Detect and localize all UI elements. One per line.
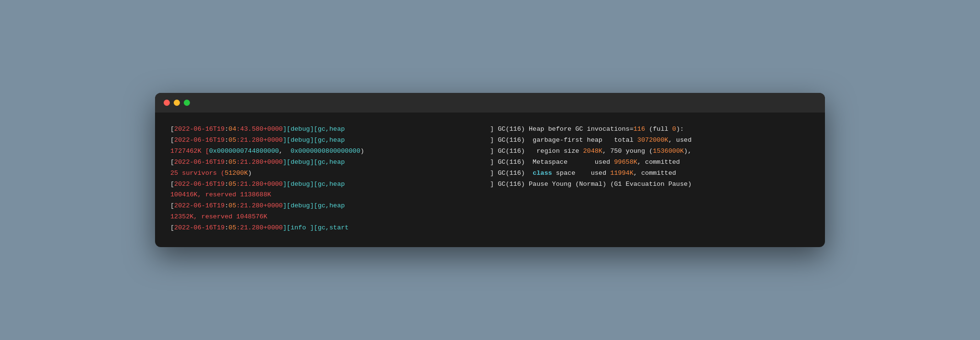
terminal-text: 2022-06-16T19 [174, 224, 224, 231]
terminal-text: ][debug][gc,heap [283, 202, 345, 209]
terminal-text: 11994K [610, 170, 634, 177]
terminal-text: ][debug][gc,heap [283, 181, 345, 188]
terminal-text: :21.280+0000 [236, 202, 283, 209]
terminal-line: [2022-06-16T19:04:43.580+0000][debug][gc… [170, 124, 490, 135]
terminal-line: 100416K, reserved 1138688K [170, 190, 490, 201]
terminal-text: 1536000K [653, 147, 684, 155]
terminal-text: ) [360, 147, 364, 155]
terminal-text: 05 [229, 224, 236, 231]
terminal-text: 2022-06-16T19 [174, 202, 224, 209]
terminal-text: ), [684, 147, 691, 155]
terminal-text: [ [170, 224, 174, 231]
terminal-text: , [602, 147, 610, 155]
terminal-line: [2022-06-16T19:05:21.280+0000][debug][gc… [170, 135, 490, 146]
terminal-line: ] GC(116) garbage-first heap total 30720… [490, 135, 810, 146]
terminal-text: , used [668, 136, 692, 144]
terminal-line: 25 survivors (51200K) [170, 168, 490, 179]
terminal-text: , committed [637, 159, 680, 166]
terminal-text: ): [676, 125, 684, 133]
terminal-text: : [224, 202, 228, 209]
terminal-text: ] GC(116) region size [490, 147, 583, 155]
terminal-text: 1727462K [ [170, 147, 209, 155]
terminal-text: :21.280+0000 [236, 181, 283, 188]
terminal-text: ][debug][gc,heap [283, 136, 345, 144]
terminal-text: , [279, 147, 290, 155]
terminal-text: 100416K, reserved 1138688K [170, 191, 271, 198]
terminal-line: [2022-06-16T19:05:21.280+0000][debug][gc… [170, 179, 490, 190]
terminal-text: ][info ][gc,start [283, 224, 349, 231]
terminal-text: : [224, 136, 228, 144]
terminal-text: 25 survivors ( [170, 170, 224, 177]
terminal-text: :21.280+0000 [236, 224, 283, 231]
terminal-line: ] GC(116) Metaspace used 99658K, committ… [490, 157, 810, 168]
terminal-text: 12352K, reserved 1048576K [170, 213, 267, 220]
terminal-line: ] GC(116) Heap before GC invocations=116… [490, 124, 810, 135]
terminal-text: [ [170, 181, 174, 188]
terminal-text: ) [248, 170, 252, 177]
terminal-text: 750 [610, 147, 622, 155]
terminal-text: 2022-06-16T19 [174, 125, 224, 133]
terminal-text: 0x0000000800000000 [290, 147, 360, 155]
terminal-text: : [224, 159, 228, 166]
terminal-text: : [224, 181, 228, 188]
terminal-text: 2022-06-16T19 [174, 181, 224, 188]
terminal-text: ] GC(116) garbage-first heap total [490, 136, 637, 144]
terminal-text: 04 [229, 125, 236, 133]
terminal-text: 05 [229, 181, 236, 188]
terminal-text: ] GC(116) [490, 170, 533, 177]
terminal-text: ] GC(116) Pause Young (Normal) (G1 Evacu… [490, 181, 691, 188]
terminal-text: :21.280+0000 [236, 136, 283, 144]
terminal-line: [2022-06-16T19:05:21.280+0000][debug][gc… [170, 157, 490, 168]
terminal-text: (full [645, 125, 672, 133]
terminal-window: [2022-06-16T19:04:43.580+0000][debug][gc… [155, 93, 825, 247]
terminal-text: [ [170, 159, 174, 166]
terminal-text: 05 [229, 159, 236, 166]
terminal-text: 3072000K [637, 136, 668, 144]
maximize-button[interactable] [184, 100, 190, 106]
terminal-text: 05 [229, 136, 236, 144]
terminal-text: 2022-06-16T19 [174, 159, 224, 166]
terminal-line: [2022-06-16T19:05:21.280+0000][info ][gc… [170, 223, 490, 234]
right-column: ] GC(116) Heap before GC invocations=116… [490, 124, 810, 234]
terminal-text: : [224, 224, 228, 231]
terminal-text: 2048K [583, 147, 602, 155]
minimize-button[interactable] [174, 100, 180, 106]
terminal-line: 12352K, reserved 1048576K [170, 212, 490, 223]
terminal-text: :43.580+0000 [236, 125, 283, 133]
terminal-text: 116 [634, 125, 645, 133]
terminal-line: ] GC(116) region size 2048K, 750 young (… [490, 146, 810, 157]
terminal-text: [ [170, 125, 174, 133]
terminal-body: [2022-06-16T19:04:43.580+0000][debug][gc… [155, 113, 825, 247]
close-button[interactable] [164, 100, 170, 106]
terminal-text: [ [170, 136, 174, 144]
terminal-text: ][debug][gc,heap [283, 125, 345, 133]
terminal-text: ] GC(116) Heap before GC invocations= [490, 125, 634, 133]
left-column: [2022-06-16T19:04:43.580+0000][debug][gc… [170, 124, 490, 234]
terminal-text: young ( [622, 147, 653, 155]
terminal-text: , committed [634, 170, 676, 177]
terminal-text: 51200K [224, 170, 248, 177]
terminal-text: 05 [229, 202, 236, 209]
terminal-text: space used [552, 170, 611, 177]
terminal-line: [2022-06-16T19:05:21.280+0000][debug][gc… [170, 201, 490, 212]
terminal-line: ] GC(116) Pause Young (Normal) (G1 Evacu… [490, 179, 810, 190]
terminal-text: ][debug][gc,heap [283, 159, 345, 166]
terminal-line: ] GC(116) class space used 11994K, commi… [490, 168, 810, 179]
titlebar [155, 93, 825, 113]
terminal-text: ] GC(116) Metaspace used [490, 159, 614, 166]
terminal-text: : [224, 125, 228, 133]
terminal-line: 1727462K [0x0000000744800000, 0x00000008… [170, 146, 490, 157]
terminal-text: 0 [672, 125, 676, 133]
terminal-text: class [533, 170, 552, 177]
terminal-text: :21.280+0000 [236, 159, 283, 166]
terminal-text: 99658K [614, 159, 637, 166]
terminal-text: [ [170, 202, 174, 209]
terminal-text: 0x0000000744800000 [209, 147, 279, 155]
terminal-text: 2022-06-16T19 [174, 136, 224, 144]
